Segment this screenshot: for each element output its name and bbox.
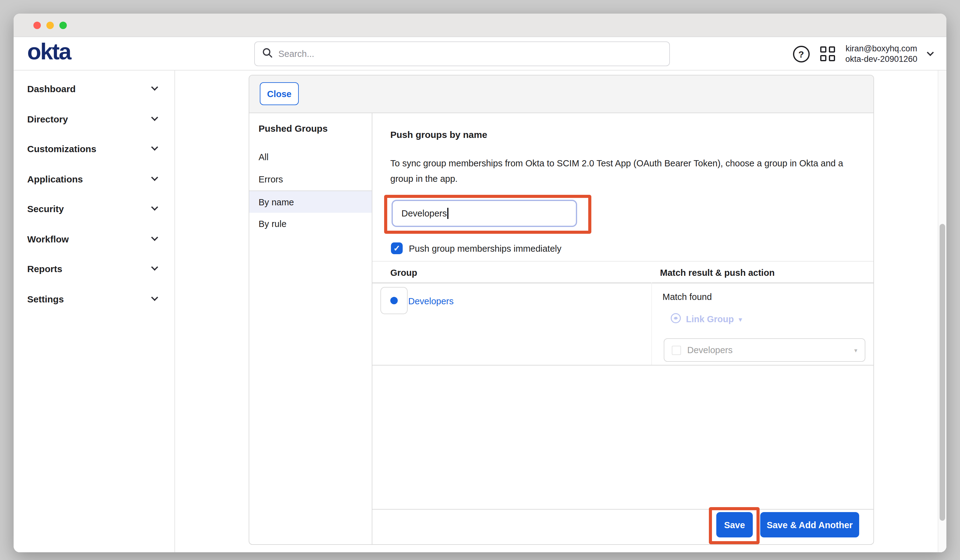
subnav-item-by-name[interactable]: By name <box>249 190 372 213</box>
chevron-down-icon <box>151 203 158 211</box>
close-window-button[interactable] <box>34 21 41 29</box>
chevron-down-icon <box>151 114 158 121</box>
org-name: okta-dev-20901260 <box>845 54 917 64</box>
search-box[interactable] <box>254 42 670 66</box>
table-header-border <box>372 283 874 283</box>
desktop-background: okta ? kiran@boxyhq.com okta-dev-2090126… <box>0 0 960 560</box>
chevron-down-icon[interactable] <box>927 49 934 56</box>
app-group-dropdown[interactable]: Developers ▾ <box>664 338 866 362</box>
group-name-link[interactable]: Developers <box>408 296 454 306</box>
minimize-window-button[interactable] <box>46 21 54 29</box>
subnav-item-errors[interactable]: Errors <box>249 168 372 190</box>
chevron-down-icon <box>151 294 158 301</box>
chevron-down-icon <box>151 234 158 241</box>
match-result-text: Match found <box>662 292 712 302</box>
table-header-match: Match result & push action <box>660 268 775 278</box>
checkmark-icon: ✓ <box>394 244 400 252</box>
table-row-border <box>372 365 874 365</box>
subnav-item-all[interactable]: All <box>249 146 372 168</box>
header-right-controls: ? kiran@boxyhq.com okta-dev-20901260 <box>793 37 933 70</box>
link-icon <box>670 313 681 325</box>
text-cursor <box>448 208 448 219</box>
push-immediately-label: Push group memberships immediately <box>409 242 562 254</box>
sidebar-item-customizations[interactable]: Customizations <box>14 134 174 163</box>
table-cell-divider <box>651 283 652 365</box>
close-button[interactable]: Close <box>260 82 299 105</box>
chevron-down-icon <box>151 144 158 150</box>
search-icon <box>262 47 273 60</box>
pushed-groups-title: Pushed Groups <box>259 123 328 134</box>
table-header-group: Group <box>390 268 417 278</box>
footer-divider <box>372 509 874 510</box>
sidebar-item-reports[interactable]: Reports <box>14 254 174 283</box>
apps-grid-icon[interactable] <box>820 46 835 61</box>
app-group-value: Developers <box>687 345 848 355</box>
save-add-another-button[interactable]: Save & Add Another <box>760 512 859 538</box>
window-titlebar <box>14 14 946 37</box>
group-icon-tile <box>381 287 408 314</box>
push-immediately-checkbox[interactable]: ✓ <box>391 242 403 254</box>
pushed-groups-subnav: Pushed Groups All Errors By name By rule <box>249 113 372 544</box>
group-logo-icon <box>390 297 398 304</box>
help-icon[interactable]: ? <box>793 45 810 62</box>
sidebar-item-settings[interactable]: Settings <box>14 284 174 314</box>
save-button[interactable]: Save <box>716 512 753 538</box>
caret-down-icon: ▾ <box>739 316 742 323</box>
description-text: To sync group memberships from Okta to S… <box>390 156 843 187</box>
page-title: Push groups by name <box>390 129 487 140</box>
link-group-button[interactable]: Link Group ▾ <box>670 313 742 325</box>
push-groups-panel: Close Pushed Groups All Errors By name B… <box>249 75 874 545</box>
okta-logo: okta <box>27 39 70 65</box>
subnav-item-by-rule[interactable]: By rule <box>249 213 372 235</box>
scrollbar-track[interactable] <box>938 70 946 552</box>
browser-window: okta ? kiran@boxyhq.com okta-dev-2090126… <box>14 14 946 552</box>
sidebar-item-security[interactable]: Security <box>14 194 174 223</box>
maximize-window-button[interactable] <box>59 21 67 29</box>
sidebar-item-dashboard[interactable]: Dashboard <box>14 74 174 103</box>
section-divider <box>372 261 874 262</box>
search-input[interactable] <box>278 49 662 59</box>
group-placeholder-icon <box>672 346 681 355</box>
sidebar-item-applications[interactable]: Applications <box>14 164 174 194</box>
chevron-down-icon <box>151 83 158 91</box>
link-group-label: Link Group <box>686 314 734 324</box>
user-account-menu[interactable]: kiran@boxyhq.com okta-dev-20901260 <box>845 43 917 64</box>
user-email: kiran@boxyhq.com <box>845 43 917 54</box>
caret-down-icon: ▾ <box>854 347 857 354</box>
panel-header: Close <box>249 75 874 113</box>
scrollbar-thumb[interactable] <box>939 224 945 521</box>
group-name-input-value: Developers <box>402 208 447 218</box>
sidebar-item-workflow[interactable]: Workflow <box>14 224 174 254</box>
app-header: okta ? kiran@boxyhq.com okta-dev-2090126… <box>14 37 946 70</box>
main-content-area: Close Pushed Groups All Errors By name B… <box>175 70 946 552</box>
sidebar-item-directory[interactable]: Directory <box>14 104 174 134</box>
chevron-down-icon <box>151 174 158 181</box>
group-name-input[interactable]: Developers <box>392 200 577 227</box>
chevron-down-icon <box>151 264 158 270</box>
sidebar-nav: Dashboard Directory Customizations Appli… <box>14 70 175 552</box>
